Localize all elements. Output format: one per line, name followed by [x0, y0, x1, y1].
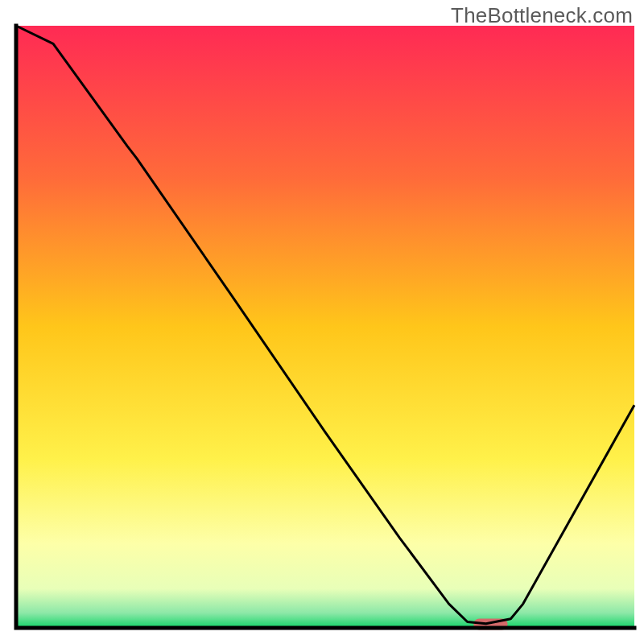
chart-container: TheBottleneck.com	[0, 0, 644, 644]
chart-background	[16, 26, 634, 628]
watermark-text: TheBottleneck.com	[451, 3, 633, 28]
bottleneck-chart	[0, 0, 644, 644]
